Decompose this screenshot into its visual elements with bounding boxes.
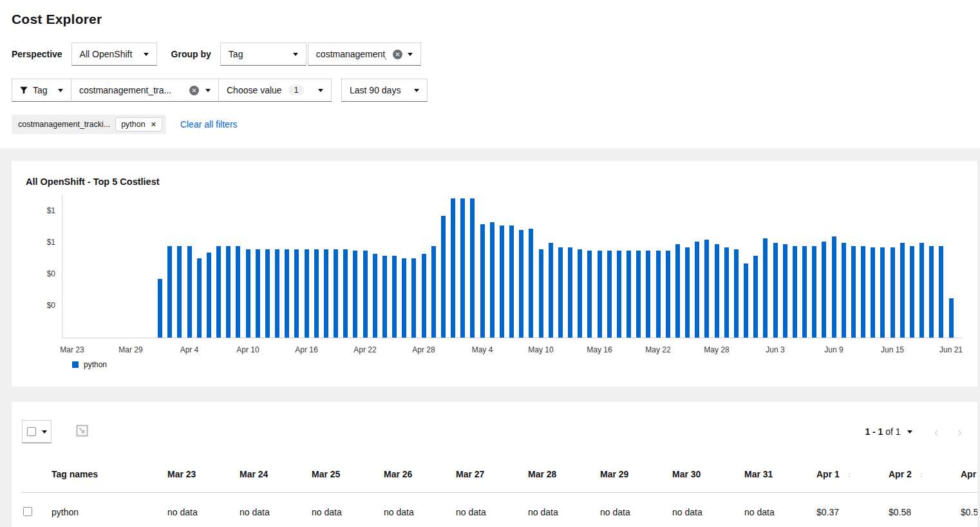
chart-bar[interactable]	[256, 249, 260, 338]
chart-bar[interactable]	[871, 247, 875, 338]
clear-all-filters-link[interactable]: Clear all filters	[180, 119, 238, 129]
filter-type-select[interactable]: Tag	[12, 79, 71, 102]
chart-bar[interactable]	[431, 246, 436, 338]
chart-bar[interactable]	[480, 224, 485, 338]
chart-bar[interactable]	[373, 254, 377, 338]
chart-bar[interactable]	[324, 249, 328, 338]
chart-bar[interactable]	[832, 236, 836, 338]
chart-bar[interactable]	[763, 238, 768, 338]
date-range-select[interactable]: Last 90 days	[341, 79, 428, 102]
chart-bar[interactable]	[343, 249, 348, 338]
chart-bar[interactable]	[695, 242, 699, 338]
export-button[interactable]	[76, 425, 88, 439]
bulk-select-dropdown[interactable]	[22, 420, 52, 443]
chart-bar[interactable]	[529, 229, 533, 338]
chart-bar[interactable]	[783, 244, 787, 338]
chart-bar[interactable]	[216, 246, 221, 338]
chart-bar[interactable]	[422, 254, 426, 338]
chart-bar[interactable]	[607, 251, 612, 338]
chart-bar[interactable]	[646, 251, 650, 338]
chart-bar[interactable]	[490, 222, 495, 338]
chart-bar[interactable]	[851, 246, 856, 338]
chart-bar[interactable]	[910, 246, 914, 338]
group-by-tag-select[interactable]: costmanagement_ ✕	[308, 43, 421, 66]
chart-bar[interactable]	[509, 225, 514, 338]
chart-bar[interactable]	[587, 251, 592, 338]
chart-bar[interactable]	[411, 258, 416, 338]
chart-bar[interactable]	[187, 246, 192, 338]
chart-bar[interactable]	[314, 249, 319, 338]
chart-bar[interactable]	[500, 225, 504, 338]
chart-bar[interactable]	[441, 216, 446, 338]
chart-bar[interactable]	[685, 247, 690, 338]
clear-selection-icon[interactable]: ✕	[393, 50, 402, 59]
chart-bar[interactable]	[334, 249, 338, 338]
chart-bar[interactable]	[861, 246, 865, 338]
chart-bar[interactable]	[656, 251, 661, 338]
chart-bar[interactable]	[627, 251, 631, 338]
chart-bar[interactable]	[704, 240, 709, 338]
chart-bar[interactable]	[568, 247, 572, 338]
chart-bar[interactable]	[558, 247, 563, 338]
chart-bar[interactable]	[734, 249, 739, 338]
chart-bar[interactable]	[929, 246, 934, 338]
previous-page-button[interactable]: ‹	[934, 425, 939, 438]
chart-bar[interactable]	[578, 249, 582, 338]
row-checkbox[interactable]	[23, 507, 32, 516]
next-page-button[interactable]: ›	[957, 425, 962, 438]
column-header-date[interactable]: Apr 2↕	[887, 456, 959, 492]
chart-bar[interactable]	[353, 251, 357, 338]
choose-value-select[interactable]: Choose value 1	[218, 79, 332, 102]
chart-bar[interactable]	[617, 251, 621, 338]
chart-bar[interactable]	[773, 243, 778, 338]
chart-bar[interactable]	[392, 256, 397, 338]
chart-bar[interactable]	[177, 246, 182, 338]
chart-bar[interactable]	[802, 246, 807, 338]
chart-bar[interactable]	[744, 264, 748, 338]
chart-bar[interactable]	[715, 244, 719, 338]
chart-bar[interactable]	[724, 247, 729, 338]
bulk-select-checkbox[interactable]	[27, 427, 36, 436]
chart-bar[interactable]	[753, 256, 758, 338]
chart-bar[interactable]	[207, 253, 211, 338]
clear-selection-icon[interactable]: ✕	[189, 86, 199, 95]
column-header-date[interactable]: Apr 3↕	[959, 456, 977, 492]
chart-bar[interactable]	[842, 243, 846, 338]
chart-bar[interactable]	[539, 249, 543, 338]
chart-bar[interactable]	[305, 249, 309, 338]
chart-bar[interactable]	[363, 251, 368, 338]
chart-bar[interactable]	[675, 244, 680, 338]
chart-bar[interactable]	[236, 246, 240, 338]
chart-bar[interactable]	[294, 249, 299, 338]
chart-bar[interactable]	[275, 249, 279, 338]
chart-bar[interactable]	[265, 249, 270, 338]
chart-legend[interactable]: python	[72, 360, 107, 369]
chart-bar[interactable]	[158, 279, 162, 338]
chart-bar[interactable]	[919, 243, 924, 338]
chart-bar[interactable]	[666, 251, 670, 338]
perspective-select[interactable]: All OpenShift	[71, 43, 157, 66]
chart-bar[interactable]	[402, 258, 406, 338]
chart-bar[interactable]	[470, 198, 475, 338]
chart-bar[interactable]	[822, 242, 826, 338]
sort-icon[interactable]: ↕	[847, 470, 852, 479]
filter-tag-key-select[interactable]: costmanagement_tra... ✕	[71, 79, 219, 102]
chart-bar[interactable]	[285, 249, 289, 338]
chart-bar[interactable]	[246, 249, 250, 338]
pagination-range-dropdown[interactable]: 1 - 1 of 1	[865, 426, 912, 437]
chart-bar[interactable]	[598, 251, 602, 338]
chart-bar[interactable]	[549, 243, 553, 338]
chart-bar[interactable]	[167, 246, 172, 338]
group-by-select[interactable]: Tag	[220, 43, 306, 66]
chart-bar[interactable]	[197, 258, 202, 338]
sort-icon[interactable]: ↕	[919, 470, 924, 479]
chart-bar[interactable]	[949, 298, 954, 338]
chart-bar[interactable]	[900, 243, 905, 338]
chart-bar[interactable]	[636, 251, 641, 338]
chip-close-icon[interactable]: ✕	[151, 120, 156, 129]
chart-bar[interactable]	[226, 246, 231, 338]
chart-bar[interactable]	[519, 230, 523, 338]
chart-bar[interactable]	[382, 256, 387, 338]
chart-bar[interactable]	[812, 246, 816, 338]
chart-bar[interactable]	[880, 247, 885, 338]
